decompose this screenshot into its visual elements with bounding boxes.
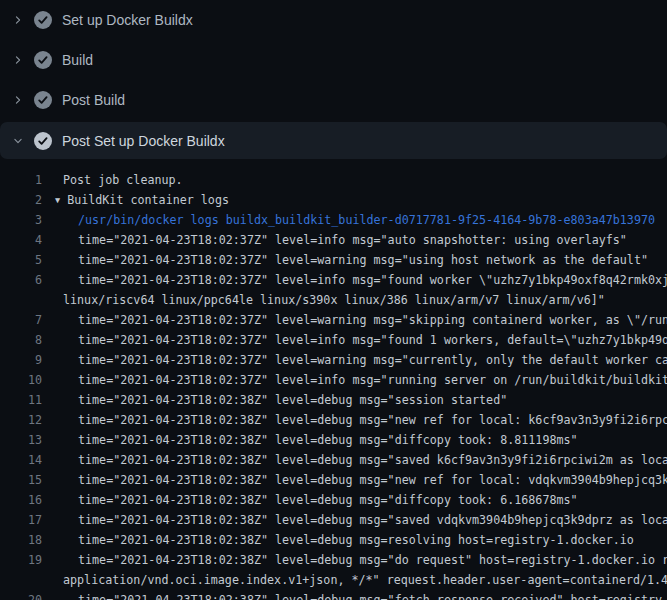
log-text: time="2021-04-23T18:02:38Z" level=debug … — [42, 410, 667, 430]
line-number[interactable]: 10 — [0, 370, 42, 390]
log-row: 10time="2021-04-23T18:02:37Z" level=info… — [0, 370, 667, 390]
log-text: time="2021-04-23T18:02:38Z" level=debug … — [42, 490, 578, 510]
line-number[interactable]: 2 — [0, 190, 42, 210]
group-title: BuildKit container logs — [67, 193, 229, 207]
step-label: Build — [62, 52, 93, 68]
log-row: 18time="2021-04-23T18:02:38Z" level=debu… — [0, 530, 667, 550]
log-text: time="2021-04-23T18:02:37Z" level=info m… — [42, 330, 667, 350]
log-row: 15time="2021-04-23T18:02:38Z" level=debu… — [0, 470, 667, 490]
log-row: 1Post job cleanup. — [0, 170, 667, 190]
steps-list: Set up Docker BuildxBuildPost BuildPost … — [0, 0, 667, 159]
line-number[interactable]: 11 — [0, 390, 42, 410]
line-number[interactable]: 12 — [0, 410, 42, 430]
line-number[interactable]: 14 — [0, 450, 42, 470]
check-circle-icon — [34, 132, 52, 150]
step-row-post-build[interactable]: Post Build — [0, 80, 667, 120]
line-number — [0, 570, 42, 590]
log-text: time="2021-04-23T18:02:37Z" level=info m… — [42, 230, 627, 250]
log-row: 8time="2021-04-23T18:02:37Z" level=info … — [0, 330, 667, 350]
line-number[interactable]: 9 — [0, 350, 42, 370]
step-label: Post Set up Docker Buildx — [62, 133, 225, 149]
check-circle-icon — [34, 11, 52, 29]
chevron-right-icon — [12, 92, 24, 108]
log-text: Post job cleanup. — [42, 170, 183, 190]
log-text: time="2021-04-23T18:02:37Z" level=warnin… — [42, 350, 667, 370]
log-row: 7time="2021-04-23T18:02:37Z" level=warni… — [0, 310, 667, 330]
chevron-right-icon — [12, 52, 24, 68]
line-number[interactable]: 20 — [0, 590, 42, 600]
line-number[interactable]: 7 — [0, 310, 42, 330]
log-row: 16time="2021-04-23T18:02:38Z" level=debu… — [0, 490, 667, 510]
step-row-build[interactable]: Build — [0, 40, 667, 80]
line-number[interactable]: 15 — [0, 470, 42, 490]
log-text: time="2021-04-23T18:02:37Z" level=warnin… — [42, 310, 667, 330]
log-text: linux/riscv64 linux/ppc64le linux/s390x … — [42, 290, 605, 310]
log-text: time="2021-04-23T18:02:38Z" level=debug … — [42, 590, 667, 600]
log-row: 12time="2021-04-23T18:02:38Z" level=debu… — [0, 410, 667, 430]
log-row: 14time="2021-04-23T18:02:38Z" level=debu… — [0, 450, 667, 470]
command-text: /usr/bin/docker logs buildx_buildkit_bui… — [42, 210, 655, 230]
log-row: 9time="2021-04-23T18:02:37Z" level=warni… — [0, 350, 667, 370]
line-number[interactable]: 6 — [0, 270, 42, 290]
line-number[interactable]: 17 — [0, 510, 42, 530]
log-text: time="2021-04-23T18:02:38Z" level=debug … — [42, 530, 634, 550]
log-text: time="2021-04-23T18:02:38Z" level=debug … — [42, 450, 667, 470]
log-text: time="2021-04-23T18:02:38Z" level=debug … — [42, 430, 578, 450]
log-row: 5time="2021-04-23T18:02:37Z" level=warni… — [0, 250, 667, 270]
log-row: 11time="2021-04-23T18:02:38Z" level=debu… — [0, 390, 667, 410]
line-number[interactable]: 1 — [0, 170, 42, 190]
log-area[interactable]: 1Post job cleanup.2▼BuildKit container l… — [0, 159, 667, 600]
check-circle-icon — [34, 91, 52, 109]
chevron-down-icon — [12, 133, 24, 149]
log-text: time="2021-04-23T18:02:38Z" level=debug … — [42, 510, 667, 530]
log-text: time="2021-04-23T18:02:38Z" level=debug … — [42, 550, 667, 570]
line-number[interactable]: 3 — [0, 210, 42, 230]
log-text: application/vnd.oci.image.index.v1+json,… — [42, 570, 667, 590]
line-number — [0, 290, 42, 310]
line-number[interactable]: 16 — [0, 490, 42, 510]
log-text: time="2021-04-23T18:02:38Z" level=debug … — [42, 390, 507, 410]
step-row-post-set-up-docker-buildx[interactable]: Post Set up Docker Buildx — [0, 122, 667, 159]
log-row: application/vnd.oci.image.index.v1+json,… — [0, 570, 667, 590]
log-row: 6time="2021-04-23T18:02:37Z" level=info … — [0, 270, 667, 290]
log-text: time="2021-04-23T18:02:37Z" level=info m… — [42, 270, 667, 290]
log-text: time="2021-04-23T18:02:38Z" level=debug … — [42, 470, 667, 490]
step-label: Set up Docker Buildx — [62, 12, 193, 28]
log-row: 17time="2021-04-23T18:02:38Z" level=debu… — [0, 510, 667, 530]
line-number[interactable]: 18 — [0, 530, 42, 550]
line-number[interactable]: 8 — [0, 330, 42, 350]
step-row-set-up-docker-buildx[interactable]: Set up Docker Buildx — [0, 0, 667, 40]
group-collapse-icon[interactable]: ▼ — [55, 190, 60, 210]
log-row: linux/riscv64 linux/ppc64le linux/s390x … — [0, 290, 667, 310]
log-text: time="2021-04-23T18:02:37Z" level=warnin… — [42, 250, 648, 270]
line-number[interactable]: 4 — [0, 230, 42, 250]
log-row: 20time="2021-04-23T18:02:38Z" level=debu… — [0, 590, 667, 600]
line-number[interactable]: 19 — [0, 550, 42, 570]
log-row: 19time="2021-04-23T18:02:38Z" level=debu… — [0, 550, 667, 570]
log-row: 3/usr/bin/docker logs buildx_buildkit_bu… — [0, 210, 667, 230]
log-row: 2▼BuildKit container logs — [0, 190, 667, 210]
line-number[interactable]: 5 — [0, 250, 42, 270]
log-text: ▼BuildKit container logs — [42, 190, 229, 210]
step-label: Post Build — [62, 92, 125, 108]
log-row: 4time="2021-04-23T18:02:37Z" level=info … — [0, 230, 667, 250]
log-text: time="2021-04-23T18:02:37Z" level=info m… — [42, 370, 667, 390]
log-row: 13time="2021-04-23T18:02:38Z" level=debu… — [0, 430, 667, 450]
check-circle-icon — [34, 51, 52, 69]
chevron-right-icon — [12, 12, 24, 28]
line-number[interactable]: 13 — [0, 430, 42, 450]
